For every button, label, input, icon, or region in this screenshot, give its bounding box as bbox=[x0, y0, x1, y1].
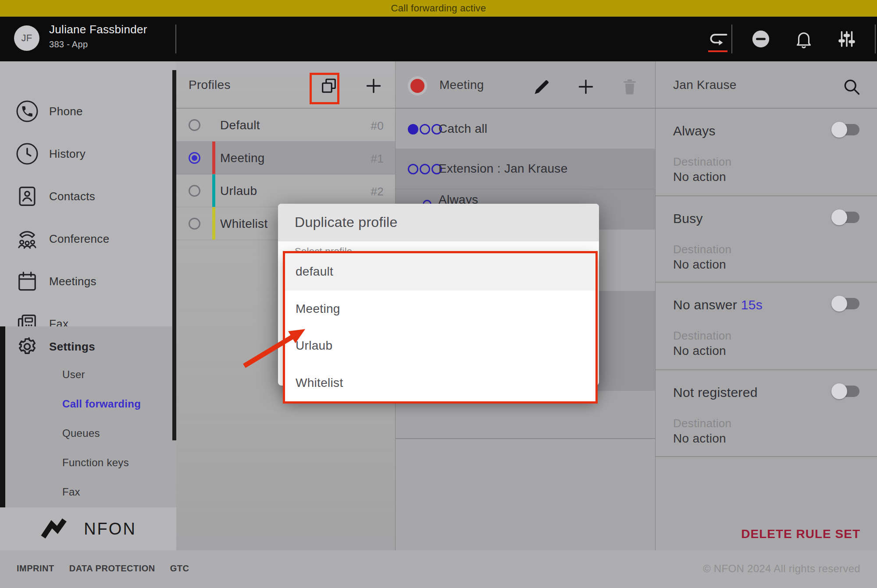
call-forwarding-banner: Call forwarding active bbox=[0, 0, 877, 17]
footer-link-gtc[interactable]: GTC bbox=[170, 563, 189, 574]
footer: IMPRINT DATA PROTECTION GTC © NFON 2024 … bbox=[0, 550, 877, 588]
detail-header: Jan Krause bbox=[656, 61, 877, 109]
section-always: Always Destination No action bbox=[656, 109, 877, 196]
nfon-logo-mark bbox=[40, 518, 78, 540]
destination-value: No action bbox=[673, 432, 726, 446]
notifications-bell-icon[interactable] bbox=[794, 29, 814, 49]
sidebar-scrollbar[interactable] bbox=[172, 70, 176, 440]
not-registered-toggle[interactable] bbox=[831, 383, 859, 399]
profile-accent-bar bbox=[212, 174, 215, 207]
user-extension: 383 - App bbox=[49, 39, 88, 50]
rule-row-catch-all[interactable]: Catch all bbox=[396, 110, 655, 149]
profile-number: #0 bbox=[371, 119, 384, 133]
profile-accent-bar bbox=[212, 142, 215, 174]
sidebar-subitem-user[interactable]: User bbox=[62, 368, 85, 381]
sidebar-label: Phone bbox=[49, 105, 83, 118]
profiles-header: Profiles bbox=[176, 61, 395, 109]
dropdown-option-default[interactable]: default bbox=[285, 253, 595, 290]
sidebar-item-contacts[interactable]: Contacts bbox=[0, 175, 176, 217]
destination-value: No action bbox=[673, 170, 726, 184]
call-forward-active-indicator bbox=[708, 50, 727, 52]
destination-label: Destination bbox=[673, 329, 731, 343]
radio-checked[interactable] bbox=[189, 152, 200, 164]
nfon-logo: NFON bbox=[0, 507, 176, 550]
contacts-icon bbox=[16, 185, 39, 208]
nfon-logo-text: NFON bbox=[84, 520, 136, 538]
edit-pencil-icon[interactable] bbox=[532, 77, 552, 96]
rule-row-extension[interactable]: Extension : Jan Krause bbox=[396, 149, 655, 189]
delete-rule-set-button[interactable]: DELETE RULE SET bbox=[741, 527, 860, 541]
rules-header: Meeting bbox=[396, 61, 655, 109]
sidebar-item-history[interactable]: History bbox=[0, 133, 176, 175]
radio-unchecked[interactable] bbox=[189, 218, 200, 230]
profile-name: Whitelist bbox=[220, 217, 268, 231]
phone-icon bbox=[16, 100, 39, 123]
dropdown-option-urlaub[interactable]: Urlaub bbox=[285, 327, 595, 365]
radio-unchecked[interactable] bbox=[189, 185, 200, 197]
profile-row-urlaub[interactable]: Urlaub #2 bbox=[176, 174, 395, 207]
rules-profile-title: Meeting bbox=[439, 78, 484, 92]
dropdown-option-meeting[interactable]: Meeting bbox=[285, 290, 595, 328]
copyright-text: © NFON 2024 All rights reserved bbox=[703, 563, 860, 575]
profile-row-meeting[interactable]: Meeting #1 bbox=[176, 142, 395, 174]
sidebar-item-conference[interactable]: Conference bbox=[0, 218, 176, 260]
no-answer-timer-link[interactable]: 15s bbox=[741, 298, 763, 312]
audio-settings-sliders-icon[interactable] bbox=[837, 29, 857, 49]
destination-label: Destination bbox=[673, 155, 731, 169]
sidebar-label: Contacts bbox=[49, 190, 95, 203]
footer-links: IMPRINT DATA PROTECTION GTC bbox=[17, 563, 189, 574]
modal-header: Duplicate profile bbox=[278, 204, 599, 241]
duplicate-profile-icon[interactable] bbox=[319, 76, 339, 96]
sidebar-item-meetings[interactable]: Meetings bbox=[0, 260, 176, 302]
sidebar-item-settings[interactable]: Settings bbox=[0, 331, 176, 362]
rule-label: Catch all bbox=[438, 122, 488, 136]
user-name: Juliane Fassbinder bbox=[49, 23, 147, 36]
sidebar-item-phone[interactable]: Phone bbox=[0, 90, 176, 132]
profile-row-default[interactable]: Default #0 bbox=[176, 109, 395, 142]
sidebar-label: Meetings bbox=[49, 275, 96, 288]
top-header: JF Juliane Fassbinder 383 - App bbox=[0, 17, 877, 61]
header-icon-group bbox=[708, 17, 857, 61]
footer-link-imprint[interactable]: IMPRINT bbox=[17, 563, 54, 574]
sidebar-subitem-fax[interactable]: Fax bbox=[62, 486, 80, 498]
rule-label: Extension : Jan Krause bbox=[438, 162, 568, 176]
profile-number: #2 bbox=[371, 185, 384, 198]
add-rule-icon[interactable] bbox=[576, 77, 595, 96]
radio-unchecked[interactable] bbox=[189, 119, 200, 131]
avatar[interactable]: JF bbox=[14, 25, 39, 51]
app-window: Call forwarding active JF Juliane Fassbi… bbox=[0, 0, 877, 588]
no-answer-toggle[interactable] bbox=[831, 296, 859, 312]
call-forward-icon[interactable] bbox=[708, 29, 728, 49]
banner-text: Call forwarding active bbox=[391, 3, 486, 14]
profile-name: Urlaub bbox=[220, 184, 257, 198]
profile-number: #1 bbox=[371, 152, 384, 166]
sidebar-label: Conference bbox=[49, 232, 109, 246]
sidebar-subitem-call-forwarding[interactable]: Call forwarding bbox=[62, 398, 141, 410]
profile-name: Meeting bbox=[220, 151, 265, 165]
sidebar-label: Settings bbox=[49, 340, 95, 354]
footer-link-data-protection[interactable]: DATA PROTECTION bbox=[69, 563, 155, 574]
sidebar-subitem-queues[interactable]: Queues bbox=[62, 427, 100, 439]
section-title: Busy bbox=[673, 211, 703, 226]
section-title: No answer 15s bbox=[673, 298, 763, 312]
conference-icon bbox=[16, 227, 39, 250]
destination-value: No action bbox=[673, 258, 726, 272]
settings-section: Settings User Call forwarding Queues Fun… bbox=[0, 326, 176, 507]
header-divider bbox=[175, 25, 176, 53]
trash-icon[interactable] bbox=[620, 77, 639, 96]
do-not-disturb-icon[interactable] bbox=[751, 29, 771, 49]
dropdown-option-whitelist[interactable]: Whitelist bbox=[285, 365, 595, 402]
detail-title: Jan Krause bbox=[673, 78, 737, 92]
profile-select-dropdown: default Meeting Urlaub Whitelist bbox=[285, 253, 595, 401]
avatar-initials: JF bbox=[21, 32, 32, 44]
section-no-answer: No answer 15s Destination No action bbox=[656, 283, 877, 370]
extension-icon bbox=[408, 164, 442, 174]
section-title: Not registered bbox=[673, 385, 758, 400]
sidebar-subitem-function-keys[interactable]: Function keys bbox=[62, 457, 129, 469]
rule-detail-panel: Jan Krause Always Destination No action … bbox=[656, 61, 877, 550]
header-divider bbox=[875, 25, 876, 53]
always-toggle[interactable] bbox=[831, 122, 859, 138]
busy-toggle[interactable] bbox=[831, 209, 859, 225]
search-icon[interactable] bbox=[842, 77, 861, 96]
add-profile-icon[interactable] bbox=[364, 76, 383, 96]
